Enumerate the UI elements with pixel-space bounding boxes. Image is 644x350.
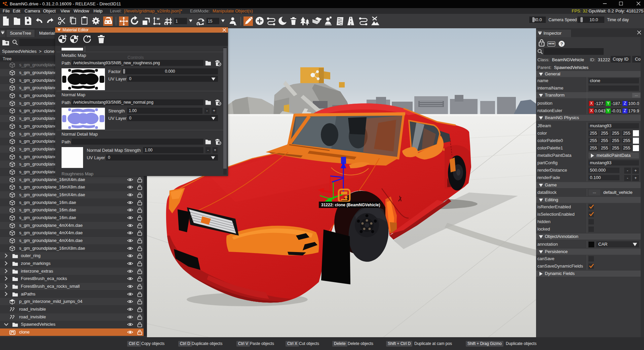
svg-text:?: ? [560, 41, 563, 46]
svg-text:15: 15 [208, 19, 213, 24]
svg-text:1: 1 [176, 19, 178, 24]
svg-text:Time of day: Time of day [607, 18, 629, 22]
svg-text:30.0: 30.0 [533, 17, 542, 22]
svg-text:31222: clone (BeamNGVehicle): 31222: clone (BeamNGVehicle) [321, 203, 380, 207]
svg-text:10.0: 10.0 [590, 17, 598, 22]
svg-text:w: w [156, 16, 160, 21]
svg-text:Camera Speed: Camera Speed [548, 18, 577, 22]
